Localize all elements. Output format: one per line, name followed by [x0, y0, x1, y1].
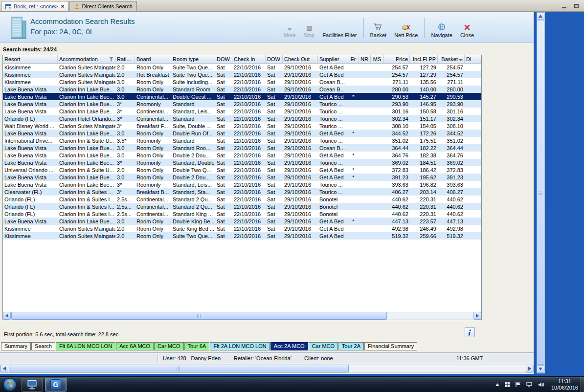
table-row[interactable]: Lake Buena VistaClarion Inn Lake Bue...3…: [3, 86, 481, 93]
status-gmt-clock: 11:36 GMT: [456, 355, 483, 361]
taskbar-clock[interactable]: 11:31 10/06/2016: [551, 378, 578, 391]
bottom-tab-acc-6a-mco[interactable]: Acc 6A MCO: [116, 342, 154, 350]
table-row[interactable]: Lake Buena VistaClarion Inn Lake Bue...3…: [3, 130, 481, 137]
table-row[interactable]: KissimmeeClarion Suites Maingate3.0Room …: [3, 78, 481, 86]
more-icon: [287, 22, 292, 31]
cell-resort: Kissimmee: [3, 225, 58, 232]
scroll-up-button[interactable]: [537, 12, 544, 20]
table-row[interactable]: Lake Buena VistaClarion Inn Lake Bue...3…: [3, 93, 481, 100]
start-button[interactable]: [3, 378, 17, 392]
scroll-thumb[interactable]: [9, 365, 349, 372]
bottom-tab-car-mco[interactable]: Car MCO: [309, 342, 338, 350]
column-header-check-in[interactable]: Check In: [232, 55, 266, 63]
bottom-tab-car-mco[interactable]: Car MCO: [154, 342, 183, 350]
cell-accommodation: Clarion Inn & Suites ...: [58, 188, 115, 196]
close-icon[interactable]: [61, 4, 65, 8]
table-row[interactable]: Walt Disney World ...Clarion Suites Main…: [3, 122, 481, 130]
column-header-room-type[interactable]: Room type: [171, 55, 215, 63]
table-row[interactable]: Lake Buena VistaClarion Inn Lake Bue...3…: [3, 181, 481, 188]
basket-button[interactable]: Basket: [366, 15, 391, 41]
bottom-tab-flt-2a-lon-mco-lon[interactable]: Flt 2A LON MCO LON: [210, 342, 270, 350]
restore-button[interactable]: [573, 2, 580, 9]
cell-dow-in: Sat: [215, 144, 232, 152]
scroll-thumb[interactable]: [11, 312, 387, 320]
show-hidden-icons-button[interactable]: [495, 381, 499, 386]
network-icon[interactable]: [526, 382, 533, 388]
bottom-tab-financial-summary[interactable]: Financial Summary: [364, 342, 417, 350]
table-row[interactable]: Lake Buena VistaClarion Inn Lake Bue...3…: [3, 159, 481, 166]
table-row[interactable]: International Drive...Clarion Inn & Suit…: [3, 137, 481, 144]
nett-price-button[interactable]: Nett Price: [390, 15, 422, 41]
column-header-basket[interactable]: Basket: [438, 55, 465, 63]
table-row[interactable]: Lake Buena VistaClarion Inn Lake Bue...3…: [3, 174, 481, 181]
scroll-right-button[interactable]: [473, 312, 481, 320]
cell-er: [348, 137, 359, 144]
more-button[interactable]: More: [280, 15, 300, 41]
stop-button[interactable]: Stop: [300, 15, 319, 41]
table-row[interactable]: Orlando (FL)Clarion Inn & Suites I...2.5…: [3, 196, 481, 203]
flag-icon[interactable]: [515, 382, 521, 388]
minimize-button[interactable]: [561, 2, 568, 9]
bottom-tab-acc-2a-mco[interactable]: Acc 2A MCO: [270, 342, 308, 350]
bottom-tab-tour-6a[interactable]: Tour 6A: [184, 342, 210, 350]
table-row[interactable]: KissimmeeClarion Suites Maingate2.0Hot B…: [3, 71, 481, 78]
results-count: Search results: 24/24: [3, 46, 57, 52]
column-header-price[interactable]: Price: [384, 55, 410, 63]
table-row[interactable]: Lake Buena VistaClarion Inn Lake Bue...3…: [3, 152, 481, 159]
table-row[interactable]: Lake Buena VistaClarion Inn Lake Bue...3…: [3, 100, 481, 108]
grid-icon[interactable]: [504, 382, 510, 388]
column-header-check-out[interactable]: Check Out: [283, 55, 318, 63]
close-button[interactable]: Close: [456, 15, 478, 41]
table-row[interactable]: Universal Orlando ...Clarion Inn & Suite…: [3, 166, 481, 174]
scroll-left-button[interactable]: [3, 312, 11, 320]
column-header-nr[interactable]: NR: [359, 55, 371, 63]
scroll-down-button[interactable]: [537, 365, 544, 373]
cell-nr: [359, 218, 371, 225]
table-row[interactable]: Orlando (FL)Clarion Inn & Suites I...2.5…: [3, 210, 481, 218]
table-h-scrollbar[interactable]: [3, 312, 481, 320]
table-row[interactable]: Clearwater (FL)Clarion Inn & Suites ...3…: [3, 188, 481, 196]
facilities-filter-button[interactable]: Facilities Filter: [318, 15, 360, 41]
tab-book-ref[interactable]: Book, ref : <none>: [1, 1, 69, 11]
column-header-accommodation[interactable]: Accommodation: [58, 55, 115, 63]
sort-indicator-icon: [459, 59, 463, 63]
navigate-button[interactable]: Navigate: [427, 15, 456, 41]
bottom-tab-summary[interactable]: Summary: [1, 342, 31, 350]
table-row[interactable]: KissimmeeClarion Suites Maingate2.0Room …: [3, 225, 481, 232]
desktop-h-scrollbar[interactable]: [0, 365, 534, 373]
column-header-er[interactable]: Er: [348, 55, 359, 63]
column-header-board[interactable]: Board: [135, 55, 171, 63]
table-row[interactable]: Orlando (FL)Clarion Inn & Suites I...2.5…: [3, 203, 481, 210]
cell-accommodation: Clarion Inn & Suites I...: [58, 196, 115, 203]
desktop-v-scrollbar[interactable]: [537, 12, 545, 373]
bottom-tab-flt-6a-lon-mco-lon[interactable]: Flt 6A LON MCO LON: [56, 342, 115, 350]
table-row[interactable]: Lake Buena VistaClarion Inn Lake Bue...3…: [3, 144, 481, 152]
scroll-thumb[interactable]: [537, 21, 544, 365]
taskbar-item-g-app[interactable]: G: [45, 378, 67, 392]
column-header-resort[interactable]: Resort: [3, 55, 58, 63]
column-header-dow-out[interactable]: DOW: [266, 55, 283, 63]
bottom-tab-tour-2a[interactable]: Tour 2A: [338, 342, 364, 350]
scroll-left-button[interactable]: [0, 365, 8, 372]
bottom-tab-search[interactable]: Search: [31, 342, 55, 350]
column-header-dow-in[interactable]: DOW: [215, 55, 232, 63]
taskbar-item-computer[interactable]: [22, 378, 43, 392]
column-header-ms[interactable]: MS: [371, 55, 384, 63]
column-header-incl-fl-pp[interactable]: Incl.Fl.PP: [410, 55, 438, 63]
column-header-supplier[interactable]: Supplier: [318, 55, 348, 63]
column-header-rating[interactable]: Rati...: [115, 55, 135, 63]
column-header-di[interactable]: Di: [465, 55, 481, 63]
cell-basket: 344.52: [438, 130, 465, 137]
table-row[interactable]: KissimmeeClarion Suites Maingate2.0Room …: [3, 64, 481, 71]
info-button[interactable]: [465, 327, 475, 337]
table-row[interactable]: KissimmeeClarion Suites Maingate2.0Room …: [3, 232, 481, 240]
table-row[interactable]: Orlando (FL)Clarion Hotel Orlando...3*Co…: [3, 115, 481, 122]
table-row[interactable]: Lake Buena VistaClarion Inn Lake Bue...3…: [3, 108, 481, 115]
cell-dow-in: Sat: [215, 225, 232, 232]
scroll-right-button[interactable]: [526, 365, 534, 372]
tab-direct-clients-search[interactable]: Direct Clients Search: [69, 1, 137, 11]
cell-rating: 3.0: [115, 78, 135, 86]
table-row[interactable]: Lake Buena VistaClarion Inn Lake Bue...3…: [3, 218, 481, 225]
show-desktop-button[interactable]: [581, 377, 584, 392]
volume-icon[interactable]: [538, 382, 544, 388]
